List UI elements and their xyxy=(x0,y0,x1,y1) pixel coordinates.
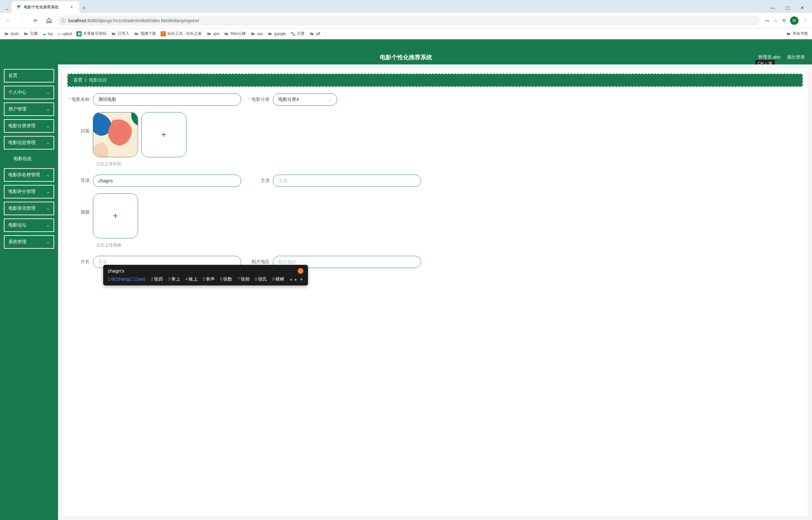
sidebar-item-movie-info[interactable]: 电影信息管理⌄ xyxy=(4,136,54,150)
sidebar-item-users[interactable]: 用户管理⌄ xyxy=(4,102,54,116)
bookmark-webmaster-tools[interactable]: T站长工具 - 站长之家 xyxy=(161,31,202,36)
cover-upload-button[interactable]: + xyxy=(141,112,187,157)
browser-menu-icon[interactable]: ⋮ xyxy=(803,18,808,23)
home-button[interactable] xyxy=(44,16,54,26)
breadcrumb-current: 电影信息 xyxy=(89,77,107,83)
chevron-down-icon: ⌄ xyxy=(46,124,50,128)
sidebar-item-news[interactable]: 电影资讯管理⌄ xyxy=(4,202,54,215)
back-button[interactable]: ← xyxy=(3,16,14,26)
bookmark-google[interactable]: google xyxy=(267,32,286,36)
browser-tab-active[interactable]: 电影个性化推荐系统 × xyxy=(11,1,79,13)
password-key-icon[interactable]: ⊶ xyxy=(765,18,769,23)
ime-compose-text: zhagn's xyxy=(108,268,124,274)
profile-avatar[interactable]: W xyxy=(790,17,798,25)
close-window-icon[interactable]: ✕ xyxy=(798,5,807,10)
video-upload-hint: 点击上传视频 xyxy=(96,242,803,248)
site-info-icon[interactable]: ⓘ xyxy=(61,18,66,24)
bookmark-max-yunti[interactable]: Max云梯 xyxy=(224,31,246,36)
admin-label[interactable]: 管理员 abo xyxy=(758,54,780,60)
ime-candidate-7[interactable]: 7张帅 xyxy=(237,277,250,282)
ime-candidate-list: 1张(zhang)三(san) 2张四 3掌上 4账上 5掌声 6张数 7张帅 … xyxy=(108,277,303,282)
window-controls: — ▢ ✕ xyxy=(768,5,812,13)
label-video: 视频 xyxy=(67,193,93,215)
ime-candidate-4[interactable]: 4账上 xyxy=(186,277,198,282)
cover-upload-hint: 点击上传封面 xyxy=(96,161,803,167)
bookmark-baidu[interactable]: 🐾百度 xyxy=(291,31,305,36)
ime-candidate-6[interactable]: 6张数 xyxy=(220,277,232,282)
url-host: localhost xyxy=(68,18,86,23)
bookmark-aff[interactable]: aff xyxy=(309,32,320,36)
bookmark-vps[interactable]: vps xyxy=(250,32,263,36)
ime-candidate-8[interactable]: 8张氏 xyxy=(255,277,267,282)
sidebar: 首页 个人中心⌄ 用户管理⌄ 电影分类管理⌄ 电影信息管理⌄ 电影信息 电影排名… xyxy=(0,64,58,520)
minimize-icon[interactable]: — xyxy=(768,5,777,10)
bookmark-video-download[interactable]: 视频下载 xyxy=(134,31,156,36)
extensions-icon[interactable]: ⧉ xyxy=(782,18,786,23)
chevron-down-icon: ⌄ xyxy=(46,240,50,244)
sidebar-item-profile[interactable]: 个人中心⌄ xyxy=(4,86,54,99)
bookmark-all[interactable]: 所有书签 xyxy=(786,31,808,36)
sidebar-item-system[interactable]: 系统管理⌄ xyxy=(4,235,54,249)
sidebar-subitem-movie-info[interactable]: 电影信息 xyxy=(4,153,54,165)
chevron-down-icon: ⌄ xyxy=(46,107,50,111)
label-director: 导演 xyxy=(67,178,93,184)
address-bar: ← → ⟳ ⓘ localhost:8080/django7m1x9/admin… xyxy=(0,13,812,28)
new-tab-button[interactable]: + xyxy=(79,3,89,13)
movie-name-input[interactable] xyxy=(93,94,241,106)
actor-input[interactable] xyxy=(273,175,421,187)
label-duration: 片长 xyxy=(67,259,93,265)
url-input[interactable]: ⓘ localhost:8080/django7m1x9/admin/dist/… xyxy=(57,16,760,26)
ime-candidate-1[interactable]: 1张(zhang)三(san) xyxy=(108,277,145,282)
bookmark-uplod[interactable]: ᔕuplod xyxy=(57,32,72,36)
bookmarks-bar: tools 宝藏 ☁txy ᔕuplod ▦共享账号密码 已导入 视频下载 T站… xyxy=(0,28,812,39)
cover-thumbnail[interactable] xyxy=(93,112,138,157)
ime-candidate-2[interactable]: 2张四 xyxy=(151,277,163,282)
movie-category-select[interactable]: 电影分类4 ⌄ xyxy=(273,94,337,106)
breadcrumb: 首页 / 电影信息 xyxy=(67,74,803,87)
reload-button[interactable]: ⟳ xyxy=(30,16,41,26)
maximize-icon[interactable]: ▢ xyxy=(783,5,792,10)
bookmark-baozang[interactable]: 宝藏 xyxy=(23,31,38,36)
vue-icon xyxy=(16,4,21,10)
sidebar-item-home[interactable]: 首页 xyxy=(4,69,54,82)
tab-list-chevron[interactable]: ⌄ xyxy=(3,4,11,13)
bookmark-imported[interactable]: 已导入 xyxy=(111,31,129,36)
bookmark-shared-pwd[interactable]: ▦共享账号密码 xyxy=(76,31,106,36)
ime-candidate-5[interactable]: 5掌声 xyxy=(203,277,215,282)
header-scallop xyxy=(0,39,812,50)
director-input[interactable] xyxy=(93,175,241,187)
app-title: 电影个性化推荐系统 xyxy=(380,53,432,61)
plus-icon: + xyxy=(161,130,166,140)
logout-link[interactable]: 退出登录 xyxy=(787,54,805,60)
cover-image xyxy=(93,112,138,157)
ime-candidate-3[interactable]: 3掌上 xyxy=(168,277,180,282)
label-movie-name: 电影名称 xyxy=(67,97,93,102)
sidebar-item-ranking[interactable]: 电影排名榜管理⌄ xyxy=(4,168,54,182)
bookmark-star-icon[interactable]: ☆ xyxy=(773,18,778,23)
ime-candidate-9[interactable]: 9樟树 xyxy=(272,277,285,282)
url-path: :8080/django7m1x9/admin/dist/index.html#… xyxy=(86,18,199,23)
video-upload-button[interactable]: + xyxy=(93,193,138,238)
sidebar-item-rating[interactable]: 电影评分管理⌄ xyxy=(4,185,54,199)
label-cover: 封面 xyxy=(67,112,93,134)
ime-tool-icon[interactable] xyxy=(298,268,303,274)
chevron-down-icon: ⌄ xyxy=(46,173,50,177)
label-region: 制片地区 xyxy=(247,259,273,265)
breadcrumb-home[interactable]: 首页 xyxy=(74,77,82,83)
forward-button[interactable]: → xyxy=(17,16,27,26)
ime-page-nav[interactable]: ◂ ▸ ▾ xyxy=(290,277,304,282)
chevron-down-icon: ⌄ xyxy=(46,90,50,95)
bookmark-tools[interactable]: tools xyxy=(4,32,19,36)
plus-icon: + xyxy=(113,211,118,221)
bookmark-vpn[interactable]: vpn xyxy=(206,32,219,36)
bookmark-txy[interactable]: ☁txy xyxy=(42,32,53,36)
chevron-down-icon: ⌄ xyxy=(328,97,332,102)
chevron-down-icon: ⌄ xyxy=(46,223,50,228)
sidebar-item-categories[interactable]: 电影分类管理⌄ xyxy=(4,119,54,133)
sidebar-item-forum[interactable]: 电影论坛⌄ xyxy=(4,218,54,232)
tab-title: 电影个性化推荐系统 xyxy=(24,4,59,10)
tab-close-icon[interactable]: × xyxy=(68,4,75,10)
browser-tab-strip: ⌄ 电影个性化推荐系统 × + — ▢ ✕ xyxy=(0,0,812,13)
chevron-down-icon: ⌄ xyxy=(46,189,50,194)
ime-candidate-popup: zhagn's 1张(zhang)三(san) 2张四 3掌上 4账上 5掌声 … xyxy=(103,265,308,285)
